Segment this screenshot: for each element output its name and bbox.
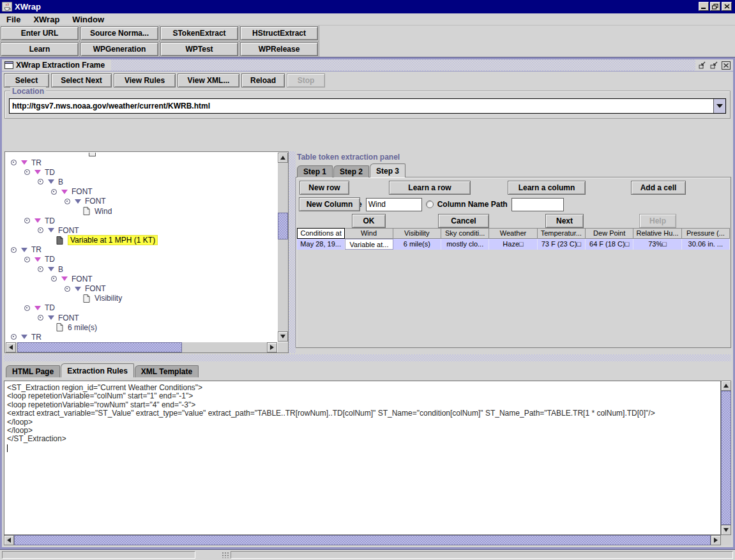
wp-generation-button[interactable]: WPGeneration	[80, 42, 158, 56]
tree-expand-handle-icon[interactable]	[64, 286, 70, 292]
learn-a-row-button[interactable]: Learn a row	[389, 181, 471, 195]
table-cell[interactable]: May 28, 19...	[297, 239, 345, 250]
location-combobox[interactable]	[9, 98, 726, 114]
tree-node-b[interactable]: B	[6, 264, 277, 274]
tree-expand-handle-icon[interactable]	[51, 189, 57, 195]
table-cell-selected[interactable]: Variable at...	[345, 239, 393, 250]
location-url-input[interactable]	[10, 99, 713, 113]
tab-step-3[interactable]: Step 3	[370, 163, 405, 178]
minimize-button[interactable]	[699, 2, 709, 11]
column-name-path-input[interactable]	[511, 198, 564, 211]
column-name-input[interactable]	[366, 198, 422, 211]
scroll-right-button[interactable]	[711, 535, 721, 545]
tree-expand-handle-icon[interactable]	[24, 257, 30, 262]
tree-expand-handle-icon[interactable]	[38, 266, 43, 272]
tab-html-page[interactable]: HTML Page	[6, 365, 60, 377]
location-dropdown-button[interactable]	[713, 99, 725, 113]
scroll-down-button[interactable]	[278, 331, 288, 342]
scroll-up-button[interactable]	[721, 381, 731, 391]
column-header[interactable]: Wind	[345, 228, 393, 239]
tree-node-td[interactable]: TD	[6, 255, 277, 264]
column-header[interactable]: Temperatur...	[538, 228, 586, 239]
source-normalization-button[interactable]: Source Norma...	[80, 26, 158, 40]
menu-xwrap[interactable]: XWrap	[27, 15, 66, 24]
table-cell[interactable]: 64 F (18 C)□	[586, 239, 633, 250]
restore-button[interactable]	[710, 2, 720, 11]
split-divider[interactable]	[289, 151, 296, 353]
tab-xml-template[interactable]: XML Template	[135, 365, 199, 377]
tab-step-1[interactable]: Step 1	[297, 165, 333, 178]
horizontal-split-divider[interactable]	[4, 354, 731, 361]
status-split-divider[interactable]	[222, 552, 229, 558]
add-a-cell-button[interactable]: Add a cell	[631, 181, 686, 195]
tab-extraction-rules[interactable]: Extraction Rules	[61, 363, 134, 377]
editor-vertical-scrollbar[interactable]	[721, 381, 731, 535]
table-cell[interactable]: 30.06 in. ...	[682, 239, 730, 250]
tree-expand-handle-icon[interactable]	[38, 315, 43, 321]
reload-button[interactable]: Reload	[241, 73, 285, 87]
tree-horizontal-scrollbar[interactable]	[6, 342, 277, 352]
learn-button[interactable]: Learn	[1, 42, 79, 56]
column-header[interactable]: Dew Point	[586, 228, 633, 239]
tree-expand-handle-icon[interactable]	[38, 227, 43, 233]
tree-node-font[interactable]: FONT	[6, 187, 277, 197]
scroll-right-button[interactable]	[267, 342, 277, 352]
column-header[interactable]: Weather	[489, 228, 537, 239]
next-button[interactable]: Next	[545, 214, 584, 228]
tree-node-tr[interactable]: TR	[6, 158, 277, 167]
column-header[interactable]: Pressure (...	[682, 228, 730, 239]
tree-node-font[interactable]: FONT	[6, 274, 277, 284]
frame-close-button[interactable]	[721, 61, 731, 70]
tree-node-td[interactable]: TD	[6, 167, 277, 177]
tree-node-font[interactable]: FONT	[6, 313, 277, 322]
table-cell[interactable]: 73 F (23 C)□	[538, 239, 586, 250]
enter-url-button[interactable]: Enter URL	[1, 26, 79, 40]
frame-minimize-button[interactable]	[698, 61, 708, 70]
tree-expand-handle-icon[interactable]	[11, 160, 17, 165]
tree-node-font[interactable]: FONT	[6, 197, 277, 206]
view-xml-button[interactable]: View XML...	[178, 73, 239, 87]
scrollbar-thumb[interactable]	[721, 391, 731, 525]
learn-a-column-button[interactable]: Learn a column	[508, 181, 586, 195]
cancel-button[interactable]: Cancel	[438, 214, 489, 228]
scrollbar-thumb[interactable]	[14, 535, 711, 545]
tree-leaf-wind[interactable]: Wind	[6, 206, 277, 216]
tree-vertical-scrollbar[interactable]	[278, 153, 288, 342]
tree-expand-handle-icon[interactable]	[51, 276, 57, 282]
tree-leaf-6-miles[interactable]: 6 mile(s)	[6, 322, 277, 332]
tree-node-b[interactable]: B	[6, 177, 277, 186]
tree-node-tr[interactable]: TR	[6, 332, 277, 342]
stoken-extract-button[interactable]: STokenExtract	[160, 26, 238, 40]
tree-expand-handle-icon[interactable]	[38, 179, 43, 185]
scroll-up-button[interactable]	[278, 153, 288, 163]
extraction-frame-titlebar[interactable]: XWrap Extraction Frame	[2, 59, 733, 72]
select-button[interactable]: Select	[4, 73, 49, 87]
tree-expand-handle-icon[interactable]	[11, 334, 17, 340]
table-cell[interactable]: 73%□	[633, 239, 681, 250]
column-header[interactable]: Relative Hu...	[633, 228, 681, 239]
menu-file[interactable]: File	[0, 15, 27, 24]
scroll-left-button[interactable]	[6, 342, 16, 352]
tree-expand-handle-icon[interactable]	[64, 199, 70, 204]
tree-leaf-visibility[interactable]: Visibility	[6, 294, 277, 303]
select-next-button[interactable]: Select Next	[51, 73, 112, 87]
html-tree[interactable]: TR TD B FONT FONT Wind TD	[6, 153, 277, 342]
view-rules-button[interactable]: View Rules	[114, 73, 176, 87]
tree-expand-handle-icon[interactable]	[24, 218, 30, 223]
column-name-path-radio[interactable]	[426, 201, 434, 208]
scrollbar-thumb[interactable]	[278, 213, 288, 239]
column-header[interactable]: Conditions at	[297, 228, 345, 239]
close-button[interactable]	[722, 2, 732, 11]
frame-maximize-button[interactable]	[709, 61, 719, 70]
wp-test-button[interactable]: WPTest	[160, 42, 238, 56]
table-cell[interactable]: Haze□	[489, 239, 537, 250]
column-header[interactable]: Sky conditi...	[441, 228, 489, 239]
tree-expand-handle-icon[interactable]	[11, 247, 17, 253]
new-column-button[interactable]: New Column	[299, 197, 360, 211]
tree-node-font[interactable]: FONT	[6, 284, 277, 293]
tab-step-2[interactable]: Step 2	[333, 165, 369, 178]
extraction-rules-editor[interactable]: <ST_Extraction region_id="Current Weathe…	[4, 381, 721, 535]
tree-leaf-selected[interactable]: Variable at 1 MPH (1 KT)	[6, 236, 277, 245]
scroll-down-button[interactable]	[721, 525, 731, 535]
table-cell[interactable]: mostly clo...	[441, 239, 489, 250]
